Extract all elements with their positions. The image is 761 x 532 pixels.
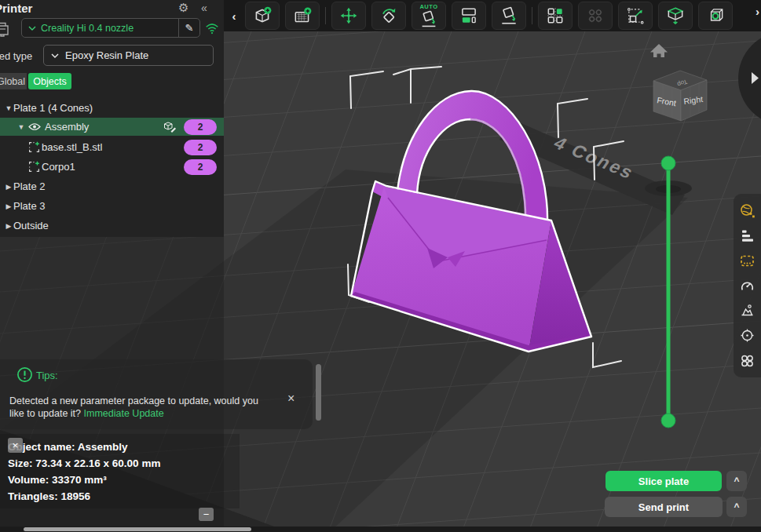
bed-type-value: Epoxy Resin Plate xyxy=(65,49,148,61)
wifi-icon[interactable] xyxy=(205,23,219,35)
clone-icon xyxy=(545,5,565,26)
object-info-close-icon[interactable]: × xyxy=(8,438,23,453)
tree-item-assembly[interactable]: ▼ Assembly 2 xyxy=(0,118,224,136)
tree-item-plate2[interactable]: ▶ Plate 2 xyxy=(0,177,224,195)
home-view-icon[interactable] xyxy=(650,44,668,57)
tree-item-label: Plate 2 xyxy=(13,180,45,192)
part-add-icon xyxy=(28,141,40,153)
tree-item-label: Assembly xyxy=(45,121,89,133)
right-tool-sidebar xyxy=(734,194,761,377)
tab-objects[interactable]: Objects xyxy=(28,73,71,89)
view-cube[interactable]: Front Right Top xyxy=(653,71,707,121)
immediate-update-link[interactable]: Immediate Update xyxy=(84,408,164,419)
tree-item-label: Corpo1 xyxy=(42,161,75,173)
add-model-button[interactable] xyxy=(245,2,280,30)
expander-icon[interactable]: ▶ xyxy=(4,202,13,210)
tree-item-label: Plate 3 xyxy=(13,200,45,212)
tips-popup: Tips: Detected a new parameter package t… xyxy=(0,359,313,429)
edit-printer-button[interactable]: ✎ xyxy=(178,19,199,37)
plate-frame-icon[interactable] xyxy=(739,253,756,269)
tips-title: Tips: xyxy=(36,370,58,381)
toolbar-collapse-left-icon[interactable]: ‹ xyxy=(229,9,240,23)
auto-orient-button[interactable]: AUTO xyxy=(412,2,446,30)
seam-icon[interactable] xyxy=(739,327,756,344)
split-icon xyxy=(665,5,686,26)
tree-item-plate3[interactable]: ▶ Plate 3 xyxy=(0,197,224,215)
auto-orient-label: AUTO xyxy=(412,3,445,10)
printer-settings-gear-icon[interactable]: ⚙ xyxy=(178,1,188,15)
rotate-tool-button[interactable] xyxy=(371,2,406,30)
printer-selector[interactable]: Creality Hi 0.4 nozzle ✎ xyxy=(21,18,200,38)
edit-object-icon[interactable] xyxy=(163,121,177,133)
lay-on-face-icon xyxy=(499,6,519,25)
slider-handle-bottom[interactable] xyxy=(661,414,675,428)
mesh-boolean-button[interactable] xyxy=(698,2,733,30)
expander-icon[interactable]: ▼ xyxy=(16,123,26,131)
add-plate-button[interactable] xyxy=(285,2,320,30)
lay-on-face-button[interactable] xyxy=(492,2,526,30)
creality-print-window: 4 Cones xyxy=(0,0,761,532)
tips-line1: Detected a new parameter package to upda… xyxy=(9,395,258,406)
rotate-icon xyxy=(379,5,399,26)
split-model-button[interactable] xyxy=(658,2,693,30)
tree-item-base-stl[interactable]: base.stl_B.stl 2 xyxy=(0,138,224,156)
support-icon[interactable] xyxy=(739,302,756,319)
bed-type-label: Bed type xyxy=(0,50,32,62)
clone-button[interactable] xyxy=(538,2,573,30)
object-name-text: Object name: Assembly xyxy=(8,441,128,453)
printer-selector-value: Creality Hi 0.4 nozzle xyxy=(36,23,178,34)
tree-item-plate1[interactable]: ▼ Plate 1 (4 Cones) xyxy=(0,99,224,117)
object-size-text: Size: 73.34 x 22.16 x 60.00 mm xyxy=(8,457,160,469)
mesh-boolean-icon xyxy=(705,5,726,26)
tree-item-outside[interactable]: ▶ Outside xyxy=(0,217,224,235)
tree-item-label: Outside xyxy=(13,220,49,231)
tree-item-label: base.stl_B.stl xyxy=(42,141,102,153)
alert-circle-icon xyxy=(16,366,33,383)
object-volume-text: Volume: 33370 mm³ xyxy=(8,474,107,486)
slider-handle-top[interactable] xyxy=(661,156,675,170)
send-options-caret-button[interactable]: ^ xyxy=(726,497,747,517)
assemble-gears-icon xyxy=(585,5,606,26)
move-tool-button[interactable] xyxy=(331,2,366,30)
color-globe-icon[interactable] xyxy=(739,202,756,219)
add-model-icon xyxy=(252,5,273,26)
speed-gauge-icon[interactable] xyxy=(739,278,756,294)
arrange-icon xyxy=(459,5,479,26)
tree-item-corpo1[interactable]: Corpo1 2 xyxy=(0,158,224,176)
minimize-stats-button[interactable]: − xyxy=(199,508,214,521)
extruder-badge[interactable]: 2 xyxy=(184,119,217,135)
slice-plate-button[interactable]: Slice plate xyxy=(606,471,722,491)
panel-title: Printer xyxy=(0,2,32,15)
toolbar-expand-right-icon[interactable]: › xyxy=(756,5,759,18)
top-toolbar: ‹ xyxy=(224,0,761,31)
scale-icon xyxy=(625,5,646,26)
object-list-icon[interactable] xyxy=(739,228,756,244)
visibility-eye-icon[interactable] xyxy=(28,122,41,131)
scale-tool-button[interactable] xyxy=(618,2,653,30)
add-plate-icon xyxy=(292,5,313,26)
extruder-badge[interactable]: 2 xyxy=(184,140,217,155)
printer-panel: Printer ⚙ « Creality Hi 0.4 nozzle ✎ Bed… xyxy=(0,0,224,237)
assemble-button[interactable] xyxy=(578,2,613,30)
panel-collapse-icon[interactable]: « xyxy=(201,2,207,14)
right-panel-expand-tab[interactable] xyxy=(738,31,761,126)
arrange-button[interactable] xyxy=(452,2,486,30)
toolbar-separator xyxy=(532,7,532,24)
group-icon[interactable] xyxy=(739,352,756,369)
toolbar-separator xyxy=(325,7,326,24)
expander-icon[interactable]: ▶ xyxy=(4,183,13,191)
expander-icon[interactable]: ▶ xyxy=(4,222,13,230)
printer-machine-icon xyxy=(0,20,11,38)
chevron-down-icon xyxy=(51,53,59,58)
send-print-button[interactable]: Send print xyxy=(605,497,723,517)
tips-scrollbar[interactable] xyxy=(316,364,321,421)
object-info-panel: Object name: Assembly Size: 73.34 x 22.1… xyxy=(0,434,240,508)
horizontal-scrollbar[interactable] xyxy=(24,527,251,531)
expander-icon[interactable]: ▼ xyxy=(4,104,13,112)
bed-type-selector[interactable]: Epoxy Resin Plate xyxy=(43,45,214,66)
extruder-badge[interactable]: 2 xyxy=(184,159,217,175)
tips-close-icon[interactable]: × xyxy=(287,392,295,405)
tips-line2: like to update it? xyxy=(9,408,81,419)
slice-options-caret-button[interactable]: ^ xyxy=(726,471,747,491)
tab-global[interactable]: Global xyxy=(0,73,27,89)
